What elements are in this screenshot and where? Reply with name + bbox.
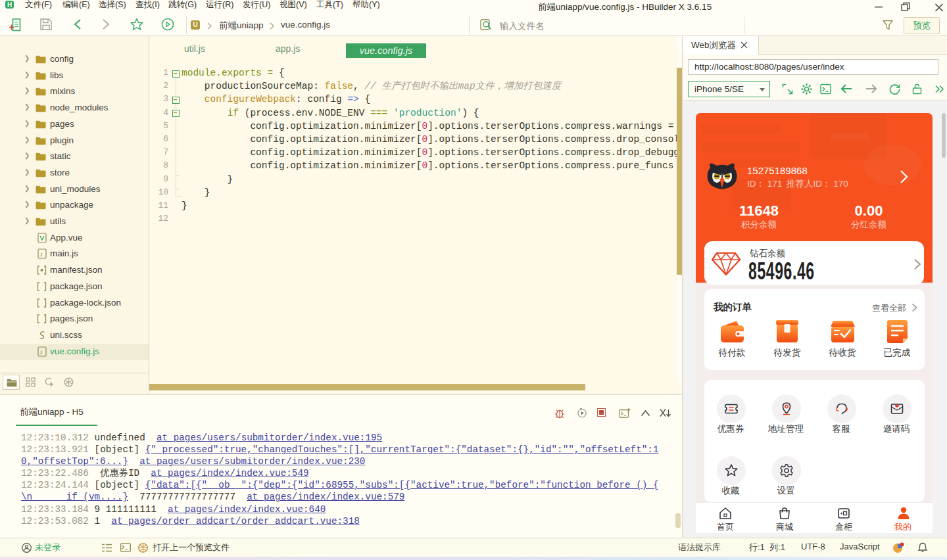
svg-text:J: J [40,252,43,258]
svg-text:J: J [40,350,43,356]
